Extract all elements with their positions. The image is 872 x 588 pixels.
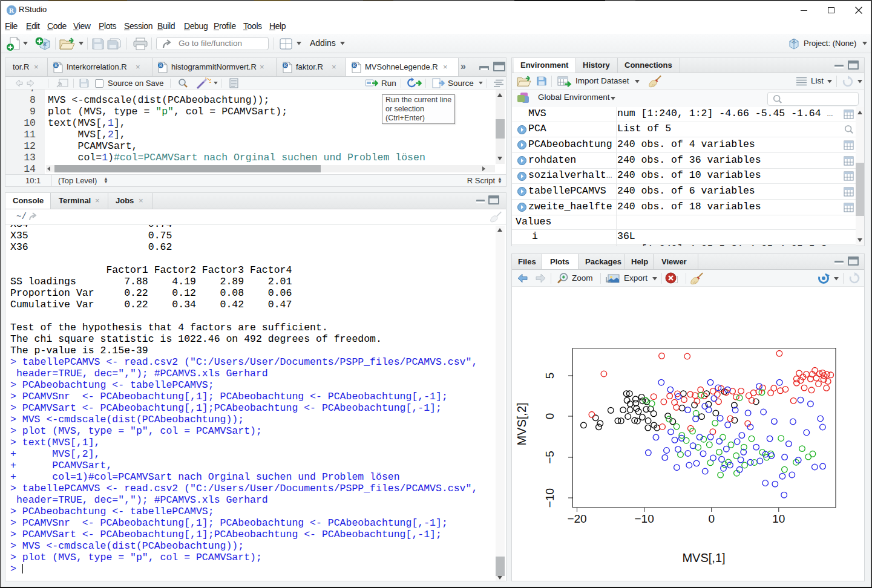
svg-text:−10: −10 xyxy=(543,488,556,508)
svg-text:R: R xyxy=(159,62,163,68)
svg-text:R: R xyxy=(353,62,356,68)
svg-text:10: 10 xyxy=(772,512,785,525)
svg-text:−20: −20 xyxy=(567,512,586,525)
svg-text:5: 5 xyxy=(543,373,556,379)
svg-text:R: R xyxy=(284,62,287,68)
svg-text:0: 0 xyxy=(543,413,556,420)
svg-text:R: R xyxy=(54,62,58,68)
svg-text:−5: −5 xyxy=(543,451,556,464)
svg-text:MVS[,2]: MVS[,2] xyxy=(515,402,528,445)
svg-text:R: R xyxy=(9,7,15,14)
svg-text:R: R xyxy=(792,39,796,44)
svg-text:−10: −10 xyxy=(634,512,654,525)
svg-text:0: 0 xyxy=(708,512,715,525)
svg-text:MVS[,1]: MVS[,1] xyxy=(682,551,725,564)
